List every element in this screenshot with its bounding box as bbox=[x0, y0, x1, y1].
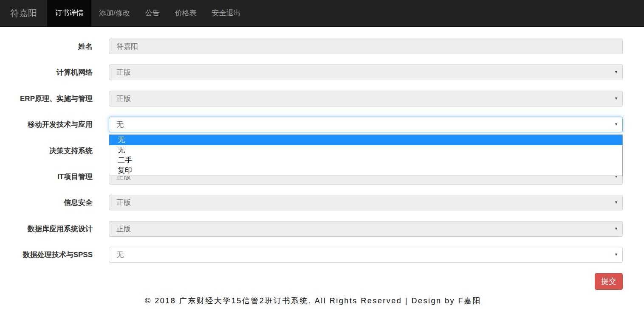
select-value: 正版 bbox=[116, 95, 131, 103]
form-row-erp: ERP原理、实施与管理 正版 ▼ bbox=[0, 91, 623, 106]
submit-button[interactable]: 提交 bbox=[595, 273, 623, 290]
select-value: 无 bbox=[116, 120, 124, 129]
dropdown-option-highlighted[interactable]: 无 bbox=[109, 135, 622, 145]
navbar-brand[interactable]: 符嘉阳 bbox=[0, 0, 47, 26]
form-row-info-security: 信息安全 正版 ▼ bbox=[0, 195, 623, 210]
form-row-computer-network: 计算机网络 正版 ▼ bbox=[0, 64, 623, 80]
dropdown-option[interactable]: 二手 bbox=[109, 155, 622, 165]
nav-item-add-modify[interactable]: 添加/修改 bbox=[91, 0, 138, 26]
form-row-database-design: 数据库应用系统设计 正版 ▼ bbox=[0, 221, 623, 237]
nav-item-announcement[interactable]: 公告 bbox=[138, 0, 167, 26]
field-label-name: 姓名 bbox=[0, 39, 93, 54]
select-value: 正版 bbox=[116, 199, 131, 207]
field-label-decision-support: 决策支持系统 bbox=[0, 143, 93, 159]
copyright-text: © 2018 广东财经大学15信管2班订书系统. All Rights Rese… bbox=[145, 296, 481, 306]
nav-item-logout[interactable]: 安全退出 bbox=[204, 0, 249, 26]
mobile-dev-select[interactable]: 无 bbox=[109, 117, 623, 132]
spss-select[interactable]: 无 bbox=[109, 247, 623, 263]
database-design-select[interactable]: 正版 bbox=[109, 221, 623, 237]
select-value: 正版 bbox=[116, 68, 131, 76]
select-dropdown-list: 无 无 二手 复印 bbox=[109, 134, 623, 176]
computer-network-select[interactable]: 正版 bbox=[109, 64, 623, 80]
select-value: 正版 bbox=[116, 225, 131, 233]
dropdown-option[interactable]: 无 bbox=[109, 145, 622, 155]
field-label-erp: ERP原理、实施与管理 bbox=[0, 91, 93, 106]
nav-item-price-list[interactable]: 价格表 bbox=[167, 0, 204, 26]
select-value: 无 bbox=[116, 251, 124, 259]
form-row-name: 姓名 bbox=[0, 39, 623, 54]
name-input[interactable] bbox=[109, 39, 623, 54]
info-security-select[interactable]: 正版 bbox=[109, 195, 623, 210]
field-label-database-design: 数据库应用系统设计 bbox=[0, 221, 93, 237]
field-label-computer-network: 计算机网络 bbox=[0, 64, 93, 80]
footer: © 2018 广东财经大学15信管2班订书系统. All Rights Rese… bbox=[0, 296, 644, 306]
erp-select[interactable]: 正版 bbox=[109, 91, 623, 106]
navbar: 符嘉阳 订书详情 添加/修改 公告 价格表 安全退出 bbox=[0, 0, 644, 27]
field-label-it-project: IT项目管理 bbox=[0, 169, 93, 185]
field-label-mobile-dev: 移动开发技术与应用 bbox=[0, 117, 93, 132]
form-row-spss: 数据处理技术与SPSS 无 ▼ bbox=[0, 247, 623, 263]
field-label-info-security: 信息安全 bbox=[0, 195, 93, 210]
form-row-mobile-dev: 移动开发技术与应用 无 ▼ 无 无 二手 复印 bbox=[0, 117, 623, 132]
order-form: 姓名 计算机网络 正版 ▼ ERP原理、实施与管理 正版 ▼ 移动开发技术与应用… bbox=[0, 27, 644, 290]
dropdown-option[interactable]: 复印 bbox=[109, 165, 622, 176]
field-label-spss: 数据处理技术与SPSS bbox=[0, 247, 93, 263]
nav-item-order-details[interactable]: 订书详情 bbox=[47, 0, 91, 26]
